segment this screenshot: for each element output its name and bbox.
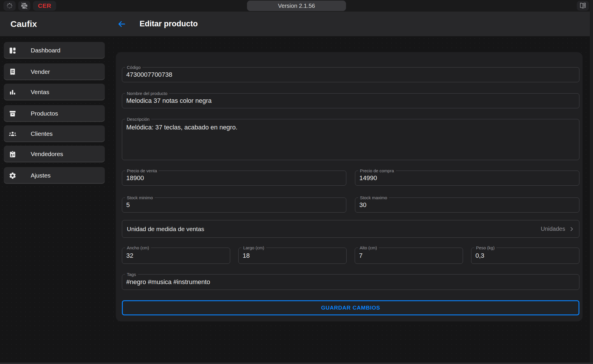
tags-input[interactable] bbox=[122, 275, 579, 290]
open-book-icon bbox=[579, 2, 587, 10]
peso-field: Peso (kg) bbox=[471, 248, 579, 264]
descripcion-label: Descripción bbox=[125, 116, 151, 122]
printer-off-icon bbox=[21, 2, 28, 10]
descripcion-input[interactable]: Melódica: 37 teclas, acabado en negro. bbox=[122, 119, 579, 160]
printer-off-chip[interactable] bbox=[18, 1, 30, 11]
manual-chip[interactable] bbox=[577, 1, 589, 11]
stock-minimo-field: Stock minimo bbox=[122, 197, 346, 213]
unidad-medida-value: Unidades bbox=[541, 226, 565, 232]
save-changes-button[interactable]: GUARDAR CAMBIOS bbox=[122, 300, 579, 315]
back-arrow-icon bbox=[117, 20, 127, 28]
nombre-field: Nombre del producto bbox=[122, 93, 579, 108]
sidebar-item-ajustes[interactable]: Ajustes bbox=[4, 167, 105, 184]
app-header: Caufix Editar producto bbox=[0, 12, 593, 36]
unidad-medida-label: Unidad de medida de ventas bbox=[127, 226, 541, 233]
stock-minimo-input[interactable] bbox=[122, 198, 346, 212]
dashboard-icon bbox=[9, 47, 17, 54]
alto-field: Alto (cm) bbox=[355, 248, 463, 264]
stock-minimo-label: Stock minimo bbox=[125, 195, 155, 200]
cer-status-chip[interactable]: CER bbox=[33, 1, 56, 11]
sidebar-item-label: Clientes bbox=[31, 130, 53, 137]
status-bar: CER Version 2.1.56 bbox=[0, 0, 593, 12]
sidebar-item-productos[interactable]: Productos bbox=[4, 105, 105, 122]
sidebar-item-ventas[interactable]: Ventas bbox=[4, 84, 105, 100]
descripcion-field: Descripción Melódica: 37 teclas, acabado… bbox=[122, 119, 579, 160]
sidebar-item-label: Dashboard bbox=[31, 47, 61, 54]
version-pill: Version 2.1.56 bbox=[247, 1, 346, 11]
largo-label: Largo (cm) bbox=[241, 245, 266, 250]
receipt-icon bbox=[9, 68, 17, 76]
unidad-medida-selector[interactable]: Unidad de medida de ventas Unidades bbox=[122, 220, 579, 238]
window-edge-bottom bbox=[0, 363, 593, 364]
archive-box-icon bbox=[9, 110, 17, 118]
sidebar-item-label: Ajustes bbox=[31, 172, 51, 179]
spinner-icon bbox=[6, 2, 13, 9]
largo-field: Largo (cm) bbox=[238, 248, 347, 264]
sidebar-item-clientes[interactable]: Clientes bbox=[4, 125, 105, 142]
window-edge-right bbox=[590, 0, 593, 364]
sync-status-chip bbox=[3, 1, 16, 11]
sidebar-item-label: Ventas bbox=[31, 89, 49, 96]
sidebar-item-dashboard[interactable]: Dashboard bbox=[4, 42, 105, 59]
sidebar-item-vender[interactable]: Vender bbox=[4, 63, 105, 80]
sidebar-nav: Dashboard Vender bbox=[0, 36, 116, 364]
stock-maximo-label: Stock maximo bbox=[358, 195, 389, 200]
nombre-input[interactable] bbox=[122, 94, 579, 108]
precio-venta-label: Precio de venta bbox=[125, 168, 159, 173]
tags-field: Tags bbox=[122, 274, 579, 290]
version-label: Version 2.1.56 bbox=[278, 3, 315, 9]
back-button[interactable] bbox=[116, 18, 127, 30]
cer-label: CER bbox=[38, 2, 51, 9]
main-content: Código Nombre del producto Descripción M… bbox=[116, 36, 593, 364]
codigo-field: Código bbox=[122, 67, 579, 82]
sidebar-item-label: Vendedores bbox=[31, 151, 63, 158]
precio-compra-field: Precio de compra bbox=[355, 171, 579, 186]
tags-label: Tags bbox=[125, 272, 138, 277]
precio-compra-label: Precio de compra bbox=[358, 168, 396, 173]
gear-icon bbox=[9, 172, 17, 180]
edit-product-form: Código Nombre del producto Descripción M… bbox=[116, 52, 583, 321]
codigo-label: Código bbox=[125, 65, 142, 70]
codigo-input[interactable] bbox=[122, 67, 579, 82]
id-badge-icon bbox=[9, 150, 17, 158]
precio-venta-field: Precio de venta bbox=[122, 171, 346, 186]
stock-maximo-field: Stock maximo bbox=[355, 197, 579, 213]
ancho-label: Ancho (cm) bbox=[125, 245, 151, 250]
alto-label: Alto (cm) bbox=[358, 245, 379, 250]
ancho-field: Ancho (cm) bbox=[122, 248, 230, 264]
sidebar-item-label: Productos bbox=[31, 110, 58, 117]
app-logo: Caufix bbox=[10, 19, 116, 29]
peso-label: Peso (kg) bbox=[474, 245, 496, 250]
chevron-right-icon bbox=[569, 225, 574, 233]
nombre-label: Nombre del producto bbox=[125, 91, 169, 96]
bar-chart-icon bbox=[9, 88, 17, 96]
sidebar-item-vendedores[interactable]: Vendedores bbox=[4, 146, 105, 162]
sidebar-item-label: Vender bbox=[31, 68, 50, 75]
page-title: Editar producto bbox=[140, 19, 198, 28]
people-group-icon bbox=[9, 130, 17, 138]
